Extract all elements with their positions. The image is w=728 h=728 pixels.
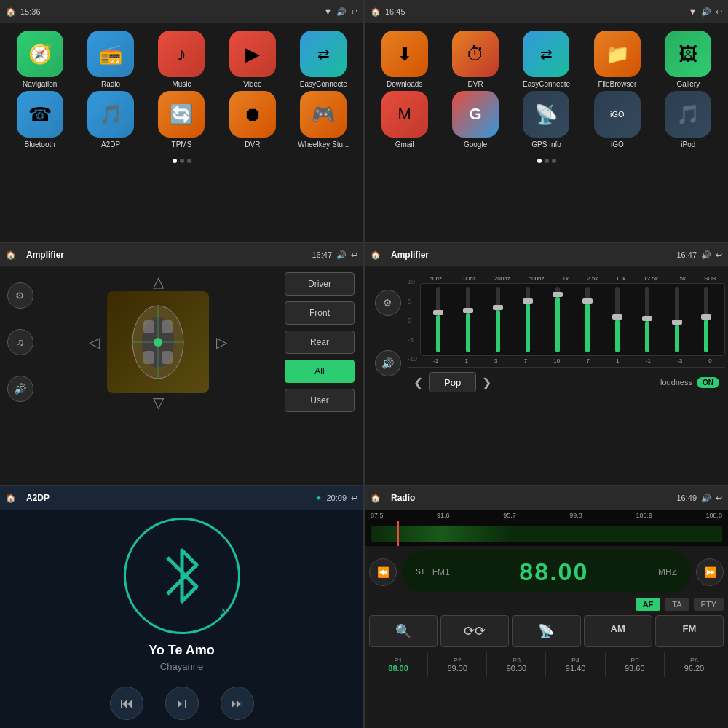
next-track-btn[interactable]: ⏭ — [221, 687, 254, 720]
svg-rect-2 — [143, 320, 154, 333]
play-pause-btn[interactable]: ⏯ — [165, 687, 199, 720]
app-igo[interactable]: iGO iGO — [583, 91, 651, 149]
vol-icon-p3: 🔊 — [336, 250, 347, 260]
rewind-btn[interactable]: ⏪ — [369, 558, 397, 586]
eq-bar-4[interactable] — [523, 287, 533, 352]
home-icon-p5[interactable]: 🏠 — [6, 494, 16, 503]
arrow-down[interactable]: ▽ — [153, 394, 164, 411]
tpms-icon: 🔄 — [158, 91, 205, 138]
app-music[interactable]: ♪ Music — [148, 31, 215, 88]
app-gpsinfo[interactable]: 📡 GPS Info — [513, 91, 580, 149]
eq-bar-sub[interactable] — [701, 287, 711, 352]
preset-p2[interactable]: P2 89.30 — [428, 652, 487, 677]
eq-bar-6[interactable] — [582, 287, 593, 352]
freq-markers: 87.5 91.6 95.7 99.8 103.9 108.0 — [371, 510, 722, 519]
eq-bar-9[interactable] — [672, 287, 682, 352]
prev-track-btn[interactable]: ⏮ — [110, 687, 143, 720]
app-wheelkey[interactable]: 🎮 Wheelkey Stu... — [290, 91, 357, 149]
a2dp-content: ♪ Yo Te Amo Chayanne ⏮ ⏯ ⏭ — [0, 510, 363, 728]
back-icon-p5[interactable]: ↩ — [351, 494, 357, 503]
eq-settings-btn2[interactable]: ⚙ — [375, 290, 401, 316]
eq-preset-name: Pop — [444, 377, 461, 388]
app-easyconnect2[interactable]: ⇄ EasyConnecte — [513, 31, 580, 88]
app-bluetooth[interactable]: ☎ Bluetooth — [6, 91, 74, 149]
app-easyconnect[interactable]: ⇄ EasyConnecte — [290, 31, 357, 88]
app-tpms[interactable]: 🔄 TPMS — [148, 91, 215, 149]
loudness-toggle[interactable]: ON — [697, 377, 719, 388]
eq-bar-5[interactable] — [553, 287, 563, 352]
app-dvr2[interactable]: ⏱ DVR — [441, 31, 509, 88]
app-navigation[interactable]: 🧭 Navigation — [6, 31, 74, 88]
eq-bar-2[interactable] — [463, 287, 473, 352]
back-icon-p2[interactable]: ↩ — [716, 7, 722, 17]
app-google[interactable]: G Google — [441, 91, 509, 149]
app-filebrowser[interactable]: 📁 FileBrowser — [583, 31, 651, 88]
eq-bar-8[interactable] — [642, 287, 652, 352]
eq-bar-1[interactable] — [433, 287, 443, 352]
preset-driver[interactable]: Driver — [285, 272, 355, 296]
back-icon-p6[interactable]: ↩ — [716, 494, 722, 503]
back-icon-p1[interactable]: ↩ — [351, 7, 357, 17]
radio-label: Radio — [101, 80, 120, 88]
eq-bar-3[interactable] — [493, 287, 503, 352]
radio-center: ⏪ ST FM1 88.00 MHZ ⏩ — [369, 550, 724, 593]
prev-preset-btn[interactable]: ❮ — [414, 376, 423, 389]
app-ipod[interactable]: 🎵 iPod — [654, 91, 722, 149]
eq-bar-7[interactable] — [612, 287, 622, 352]
forward-btn[interactable]: ⏩ — [696, 558, 724, 586]
mhz-label: MHZ — [658, 567, 677, 577]
bluetooth-icon: ☎ — [17, 91, 63, 138]
back-icon-p3[interactable]: ↩ — [351, 250, 357, 260]
topbar-title-p4: Amplifier — [391, 250, 429, 260]
home-icon-p4[interactable]: 🏠 — [371, 250, 381, 260]
preset-all[interactable]: All — [285, 360, 355, 383]
volume-btn[interactable]: 🔊 — [7, 376, 33, 402]
app-dvr[interactable]: ⏺ DVR — [218, 91, 286, 149]
preset-user[interactable]: User — [285, 389, 355, 412]
nav-label: Navigation — [23, 80, 57, 88]
video-label: Video — [243, 80, 261, 88]
nav-icon: 🧭 — [17, 31, 63, 77]
home-icon-p2[interactable]: 🏠 — [371, 7, 381, 17]
preset-front[interactable]: Front — [285, 301, 355, 325]
arrow-left[interactable]: ◁ — [89, 333, 100, 351]
preset-rear[interactable]: Rear — [285, 331, 355, 354]
app-radio[interactable]: 📻 Radio — [76, 31, 144, 88]
af-badge[interactable]: AF — [636, 598, 661, 611]
pty-badge[interactable]: PTY — [694, 598, 724, 611]
preset-p6[interactable]: P6 96.20 — [665, 652, 724, 677]
search-btn[interactable]: 🔍 — [369, 615, 438, 647]
app-gmail[interactable]: M Gmail — [371, 91, 438, 149]
back-icon-p4[interactable]: ↩ — [716, 250, 722, 260]
app-a2dp[interactable]: 🎵 A2DP — [76, 91, 144, 149]
preset-p3[interactable]: P3 90.30 — [487, 652, 546, 677]
am-btn[interactable]: AM — [584, 615, 652, 647]
easyconnect-icon: ⇄ — [300, 31, 347, 77]
arrow-up[interactable]: △ — [153, 273, 164, 290]
app-video[interactable]: ▶ Video — [218, 31, 286, 88]
preset-p4[interactable]: P4 91.40 — [546, 652, 605, 677]
antenna-btn[interactable]: 📡 — [512, 615, 580, 647]
freq-label-sub: SUB — [704, 275, 716, 282]
home-icon[interactable]: 🏠 — [6, 7, 16, 17]
loop-btn[interactable]: ⟳⟳ — [440, 615, 509, 647]
fm-btn[interactable]: FM — [655, 615, 724, 647]
eq-settings-btn[interactable]: ⚙ — [7, 282, 33, 309]
eq-vol-btn[interactable]: 🔊 — [375, 350, 401, 376]
a2dp-icon: 🎵 — [87, 91, 134, 138]
st-label: ST — [416, 568, 425, 576]
car-interior — [107, 291, 209, 393]
ta-badge[interactable]: TA — [665, 598, 689, 611]
home-icon-p6[interactable]: 🏠 — [371, 494, 381, 503]
eq-freq-labels: 60hz 100hz 200hz 500hz 1k 2.5k 10k 12.5k… — [420, 275, 725, 282]
app-downloads[interactable]: ⬇ Downloads — [371, 31, 438, 88]
next-preset-btn[interactable]: ❯ — [482, 376, 491, 389]
arrow-right[interactable]: ▷ — [216, 333, 227, 351]
preset-p5[interactable]: P5 93.60 — [606, 652, 665, 677]
topbar-time-p5: 20:09 — [326, 494, 347, 502]
topbar-p3: 🏠 Amplifier 16:47 🔊 ↩ — [0, 243, 363, 266]
home-icon-p3[interactable]: 🏠 — [6, 250, 16, 260]
preset-p1[interactable]: P1 88.00 — [369, 652, 428, 677]
bass-btn[interactable]: ♫ — [7, 329, 33, 355]
app-gallery[interactable]: 🖼 Gallery — [654, 31, 722, 88]
